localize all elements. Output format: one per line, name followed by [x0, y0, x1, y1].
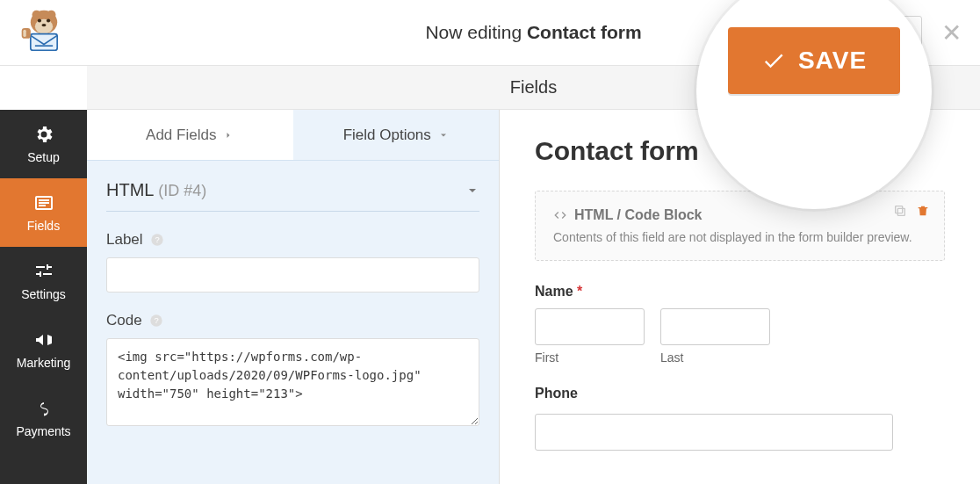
chevron-down-icon — [465, 184, 479, 198]
code-icon — [553, 208, 567, 222]
svg-text:?: ? — [155, 235, 159, 244]
chevron-right-icon — [223, 130, 234, 141]
phone-field-label: Phone — [535, 386, 945, 401]
label-field-label: Label — [106, 231, 143, 249]
save-label: SAVE — [798, 47, 867, 75]
first-sublabel: First — [535, 350, 645, 365]
svg-point-1 — [32, 11, 40, 19]
close-button[interactable]: ✕ — [938, 18, 964, 47]
last-sublabel: Last — [660, 350, 770, 365]
trash-icon[interactable] — [916, 204, 930, 218]
dollar-icon — [33, 398, 54, 419]
html-block-title: HTML / Code Block — [574, 207, 703, 223]
app-logo — [0, 0, 87, 66]
sidebar-item-label: Marketing — [17, 356, 70, 370]
name-field-label: Name * — [535, 284, 945, 300]
sidebar-item-label: Payments — [16, 424, 70, 438]
tab-label: Field Options — [343, 126, 431, 144]
sidebar-item-fields[interactable]: Fields — [0, 178, 87, 247]
field-type: HTML — [106, 180, 154, 199]
form-name: Contact form — [527, 22, 642, 42]
phone-input[interactable] — [535, 414, 893, 451]
field-heading[interactable]: HTML (ID #4) — [106, 180, 479, 212]
svg-rect-20 — [896, 206, 903, 213]
svg-point-5 — [46, 18, 49, 22]
field-id: (ID #4) — [158, 182, 206, 199]
svg-text:?: ? — [154, 316, 158, 325]
svg-point-2 — [47, 11, 55, 19]
save-button[interactable]: SAVE — [728, 27, 900, 94]
chevron-down-icon — [438, 130, 449, 141]
svg-point-6 — [41, 24, 46, 26]
fields-icon — [33, 192, 54, 213]
tab-label: Add Fields — [146, 126, 216, 144]
sidebar-item-label: Fields — [27, 219, 60, 233]
svg-rect-10 — [23, 30, 25, 37]
svg-point-4 — [37, 18, 40, 22]
code-field-label: Code — [106, 312, 142, 329]
duplicate-icon[interactable] — [893, 204, 907, 218]
editing-prefix: Now editing — [425, 22, 522, 42]
gear-icon — [33, 124, 54, 145]
help-icon: ? — [150, 233, 164, 247]
sidebar-item-marketing[interactable]: Marketing — [0, 315, 87, 384]
sidebar-item-settings[interactable]: Settings — [0, 247, 87, 315]
code-textarea[interactable] — [106, 338, 479, 426]
required-indicator: * — [573, 284, 583, 299]
bullhorn-icon — [33, 329, 54, 350]
sliders-icon — [33, 261, 54, 282]
sidebar-item-payments[interactable]: Payments — [0, 384, 87, 452]
sidebar-item-label: Settings — [21, 287, 66, 301]
check-icon — [761, 48, 786, 73]
html-block-desc: Contents of this field are not displayed… — [553, 230, 926, 244]
sidebar-item-label: Setup — [27, 150, 60, 164]
sidebar: Setup Fields Settings Marketing Payments — [0, 110, 87, 484]
svg-rect-19 — [897, 208, 904, 215]
svg-rect-7 — [30, 34, 56, 51]
last-name-input[interactable] — [660, 308, 770, 345]
tab-add-fields[interactable]: Add Fields — [87, 110, 293, 161]
help-icon: ? — [149, 314, 163, 328]
first-name-input[interactable] — [535, 308, 645, 345]
sidebar-item-setup[interactable]: Setup — [0, 110, 87, 178]
tab-field-options[interactable]: Field Options — [293, 110, 500, 161]
preview-html-block[interactable]: HTML / Code Block Contents of this field… — [535, 191, 945, 261]
label-input[interactable] — [106, 257, 479, 293]
field-options-panel: Add Fields Field Options HTML (ID #4) La… — [87, 110, 500, 484]
